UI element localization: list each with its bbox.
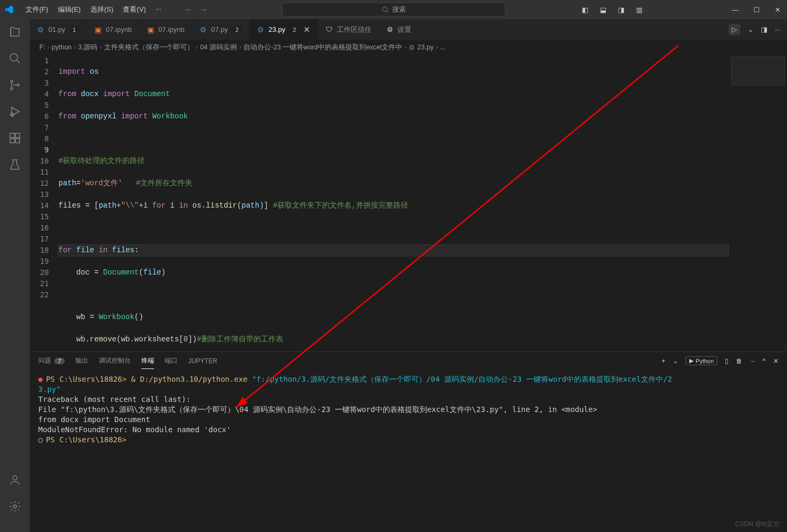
crumb[interactable]: F: bbox=[39, 44, 45, 51]
tab-label: 工作区信任 bbox=[337, 25, 371, 35]
editor-tabs: ⚙01.py1 ▣07.ipynb ▣07.ipynb ⚙07.py2 ⚙23.… bbox=[30, 19, 787, 40]
kill-terminal-icon[interactable]: 🗑 bbox=[736, 357, 742, 365]
crumb[interactable]: python bbox=[52, 44, 72, 51]
code-content[interactable]: import os from docx import Document from… bbox=[58, 54, 729, 351]
tab-label: 23.py bbox=[268, 25, 285, 33]
search-activity-icon[interactable] bbox=[7, 51, 22, 66]
account-icon[interactable] bbox=[7, 473, 22, 487]
minimap[interactable] bbox=[729, 54, 787, 351]
tab-07-py[interactable]: ⚙07.py2 bbox=[192, 19, 250, 40]
vscode-logo-icon bbox=[4, 5, 14, 14]
nav-forward-icon[interactable]: → bbox=[199, 5, 208, 14]
svg-point-2 bbox=[11, 80, 13, 82]
minimize-icon[interactable]: — bbox=[730, 6, 741, 14]
gear-icon: ⚙ bbox=[387, 25, 393, 33]
panel-tab-terminal[interactable]: 终端 bbox=[141, 356, 154, 369]
terminal-dropdown-icon[interactable]: ⌄ bbox=[673, 357, 678, 365]
command-center[interactable]: 搜索 bbox=[282, 3, 505, 16]
tab-07-ipynb-1[interactable]: ▣07.ipynb bbox=[87, 19, 140, 40]
maximize-icon[interactable]: ☐ bbox=[751, 6, 762, 14]
svg-rect-9 bbox=[15, 139, 20, 143]
layout-custom-icon[interactable]: ▥ bbox=[634, 6, 645, 14]
explorer-icon[interactable] bbox=[7, 24, 22, 39]
run-debug-icon[interactable] bbox=[7, 104, 22, 119]
layout-bottom-icon[interactable]: ⬓ bbox=[598, 6, 608, 14]
tab-23-py[interactable]: ⚙23.py2✕ bbox=[250, 19, 318, 40]
extensions-icon[interactable] bbox=[7, 131, 22, 145]
panel-tab-problems[interactable]: 问题7 bbox=[38, 356, 65, 365]
svg-point-11 bbox=[13, 505, 16, 508]
settings-icon[interactable] bbox=[7, 499, 22, 514]
nav-back-icon[interactable]: ← bbox=[184, 5, 193, 14]
menu-select[interactable]: 选择(S) bbox=[86, 3, 117, 16]
tab-label: 01.py bbox=[48, 25, 65, 33]
panel-more-icon[interactable]: ··· bbox=[750, 357, 755, 365]
tab-workspace-trust[interactable]: 🛡工作区信任 bbox=[318, 19, 379, 40]
tab-label: 07.py bbox=[211, 25, 228, 33]
layout-left-icon[interactable]: ◧ bbox=[580, 6, 590, 14]
svg-point-10 bbox=[13, 476, 17, 480]
nav-arrows: ← → bbox=[184, 5, 208, 14]
dirty-badge: 2 bbox=[290, 27, 299, 33]
maximize-panel-icon[interactable]: ^ bbox=[763, 357, 766, 365]
menu-edit[interactable]: 编辑(E) bbox=[54, 3, 85, 16]
new-terminal-icon[interactable]: + bbox=[662, 357, 665, 365]
svg-rect-6 bbox=[10, 133, 14, 138]
panel-tab-output[interactable]: 输出 bbox=[75, 356, 88, 365]
breadcrumb[interactable]: F:› python› 3.源码› 文件夹格式（保存一个即可）› 04 源码实例… bbox=[30, 40, 787, 54]
menu-file[interactable]: 文件(F) bbox=[21, 3, 53, 16]
bottom-panel: 问题7 输出 调试控制台 终端 端口 JUPYTER + ⌄ ▶Python ▯… bbox=[30, 351, 787, 532]
close-window-icon[interactable]: ✕ bbox=[773, 6, 783, 14]
testing-icon[interactable] bbox=[7, 157, 22, 172]
notebook-file-icon: ▣ bbox=[147, 25, 154, 34]
menu-view[interactable]: 查看(V) bbox=[119, 3, 150, 16]
crumb[interactable]: ... bbox=[440, 44, 445, 51]
search-placeholder: 搜索 bbox=[392, 5, 406, 14]
dirty-badge: 1 bbox=[70, 27, 79, 33]
svg-rect-8 bbox=[10, 139, 14, 143]
tab-01-py[interactable]: ⚙01.py1 bbox=[30, 19, 87, 40]
run-dropdown-icon[interactable]: ⌄ bbox=[748, 25, 754, 33]
title-bar: 文件(F) 编辑(E) 选择(S) 查看(V) ··· ← → 搜索 ◧ ⬓ ◨… bbox=[0, 0, 787, 19]
panel-tabs: 问题7 输出 调试控制台 终端 端口 JUPYTER + ⌄ ▶Python ▯… bbox=[30, 352, 787, 370]
tab-07-ipynb-2[interactable]: ▣07.ipynb bbox=[140, 19, 192, 40]
panel-tab-jupyter[interactable]: JUPYTER bbox=[188, 357, 217, 365]
more-actions-icon[interactable]: ··· bbox=[775, 25, 781, 33]
error-bullet-icon: ● bbox=[38, 375, 43, 383]
svg-point-1 bbox=[10, 54, 18, 61]
source-control-icon[interactable] bbox=[7, 78, 22, 92]
close-tab-icon[interactable]: ✕ bbox=[303, 25, 310, 35]
watermark: CSDN @fo安方 bbox=[735, 520, 780, 529]
panel-tab-debug[interactable]: 调试控制台 bbox=[99, 356, 131, 365]
layout-controls: ◧ ⬓ ◨ ▥ bbox=[580, 6, 645, 14]
terminal-output[interactable]: ●PS C:\Users\18826> & D:/python3.10/pyth… bbox=[30, 370, 787, 532]
svg-point-0 bbox=[383, 7, 387, 12]
notebook-file-icon: ▣ bbox=[95, 25, 101, 34]
run-button-icon[interactable]: ▷ bbox=[729, 24, 740, 35]
crumb[interactable]: 3.源码 bbox=[78, 43, 97, 52]
line-numbers: 12345678 9101112131415 16171819202122 bbox=[30, 54, 58, 351]
crumb[interactable]: 文件夹格式（保存一个即可） bbox=[104, 43, 194, 52]
tab-label: 设置 bbox=[397, 25, 411, 35]
split-terminal-icon[interactable]: ▯ bbox=[725, 357, 729, 365]
code-editor[interactable]: 12345678 9101112131415 16171819202122 im… bbox=[30, 54, 787, 351]
window-controls: — ☐ ✕ bbox=[730, 6, 783, 14]
problems-count: 7 bbox=[54, 358, 65, 364]
python-file-icon: ⚙ bbox=[257, 25, 264, 34]
tab-label: 07.ipynb bbox=[106, 25, 132, 33]
tab-settings[interactable]: ⚙设置 bbox=[379, 19, 419, 40]
split-editor-icon[interactable]: ◨ bbox=[761, 25, 767, 33]
python-file-icon: ⚙ bbox=[37, 25, 44, 34]
close-panel-icon[interactable]: ✕ bbox=[773, 357, 778, 365]
crumb[interactable]: 23.py bbox=[417, 44, 434, 51]
dirty-badge: 2 bbox=[232, 27, 242, 33]
crumb[interactable]: 自动办公-23 一键将word中的表格提取到excel文件中 bbox=[243, 43, 402, 52]
layout-right-icon[interactable]: ◨ bbox=[616, 6, 627, 14]
tab-label: 07.ipynb bbox=[158, 25, 184, 33]
terminal-profile-python[interactable]: ▶Python bbox=[686, 356, 717, 365]
menu-bar: 文件(F) 编辑(E) 选择(S) 查看(V) ··· bbox=[21, 3, 165, 16]
panel-tab-ports[interactable]: 端口 bbox=[165, 356, 177, 365]
python-file-icon: ⚙ bbox=[200, 25, 207, 34]
crumb[interactable]: 04 源码实例 bbox=[200, 43, 237, 52]
menu-more[interactable]: ··· bbox=[151, 3, 166, 16]
